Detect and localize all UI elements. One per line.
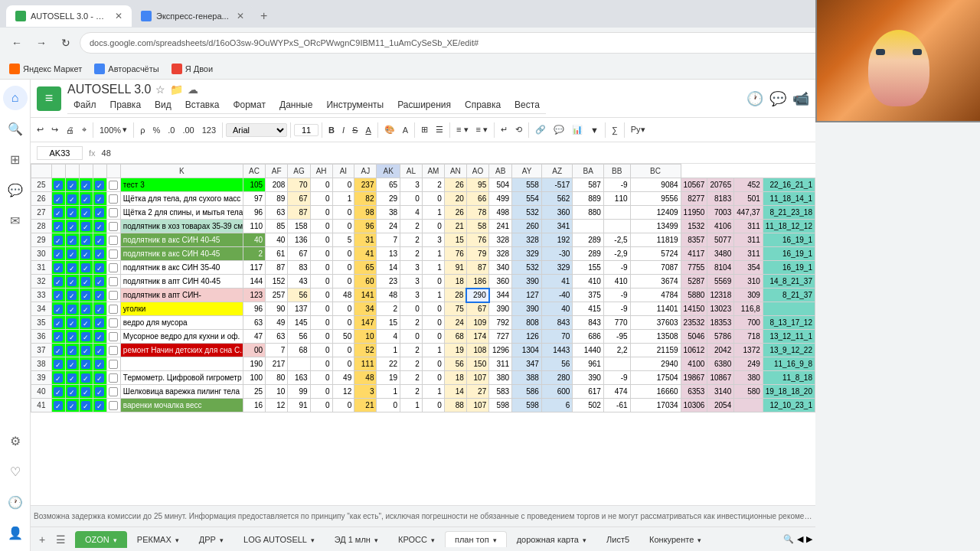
col-BB[interactable]: BB bbox=[603, 165, 630, 178]
data-cell[interactable]: 49 bbox=[266, 316, 288, 330]
sidebar-icon-home[interactable]: ⌂ bbox=[3, 86, 28, 110]
checkbox-cell[interactable] bbox=[79, 302, 93, 316]
data-cell[interactable]: 41 bbox=[541, 275, 573, 289]
data-cell[interactable]: 328 bbox=[489, 247, 512, 261]
checkbox-cell[interactable] bbox=[79, 316, 93, 330]
data-cell[interactable]: 90 bbox=[266, 302, 288, 316]
data-cell[interactable]: 843 bbox=[541, 316, 573, 330]
sidebar-icon-extensions[interactable]: ⊞ bbox=[3, 147, 28, 171]
data-cell[interactable] bbox=[288, 357, 310, 371]
checkbox-cell[interactable] bbox=[79, 330, 93, 344]
data-cell[interactable]: 26 bbox=[444, 206, 466, 220]
data-cell[interactable]: 0 bbox=[332, 302, 354, 316]
data-cell[interactable]: 24 bbox=[377, 220, 400, 233]
sidebar-icon-settings[interactable]: ⚙ bbox=[3, 429, 28, 453]
data-cell[interactable]: 0 bbox=[310, 206, 332, 220]
data-cell[interactable]: 10 bbox=[354, 330, 377, 344]
data-cell[interactable]: 10612 bbox=[681, 344, 707, 357]
sidebar-icon-clock[interactable]: 🕐 bbox=[3, 490, 28, 514]
menu-file[interactable]: Файл bbox=[67, 96, 103, 113]
data-cell[interactable]: 96 bbox=[243, 302, 265, 316]
checkbox-cell[interactable] bbox=[51, 302, 65, 316]
checkbox-cell[interactable] bbox=[93, 385, 106, 399]
history-icon[interactable]: 🕐 bbox=[746, 90, 763, 107]
data-cell[interactable]: 11_18_14_1 bbox=[763, 192, 815, 206]
data-cell[interactable]: 15 bbox=[377, 316, 400, 330]
redo-button[interactable]: ↪ bbox=[48, 122, 61, 139]
reload-button[interactable]: ↻ bbox=[55, 32, 77, 54]
data-cell[interactable]: 0 bbox=[310, 302, 332, 316]
data-cell[interactable]: 1296 bbox=[489, 344, 512, 357]
data-cell[interactable]: 27 bbox=[466, 385, 488, 399]
menu-extensions[interactable]: Расширения bbox=[391, 96, 457, 113]
data-cell[interactable]: 89 bbox=[266, 192, 288, 206]
tab-plan-top[interactable]: план топ ▾ bbox=[445, 531, 507, 547]
data-cell[interactable]: 96 bbox=[354, 220, 377, 233]
data-cell[interactable]: 22_16_21_1 bbox=[763, 178, 815, 192]
data-cell[interactable]: 96 bbox=[243, 206, 265, 220]
data-cell[interactable]: -9 bbox=[603, 371, 630, 385]
camera-icon[interactable]: 📹 bbox=[792, 90, 809, 107]
valign-button[interactable]: ≡ ▾ bbox=[473, 122, 491, 139]
data-cell[interactable]: 100 bbox=[243, 371, 265, 385]
new-tab-button[interactable]: + bbox=[253, 5, 275, 27]
borders-button[interactable]: ⊞ bbox=[418, 122, 431, 139]
data-cell[interactable]: 12_10_23_1 bbox=[763, 399, 815, 412]
checkbox-cell[interactable] bbox=[51, 399, 65, 412]
data-cell[interactable]: 137 bbox=[288, 302, 310, 316]
data-cell[interactable]: 37603 bbox=[630, 316, 681, 330]
data-cell[interactable]: 13_9_12_22 bbox=[763, 344, 815, 357]
data-cell[interactable]: 12318 bbox=[707, 289, 734, 302]
checkbox-cell[interactable] bbox=[106, 178, 120, 192]
data-cell[interactable]: 144 bbox=[243, 275, 265, 289]
data-cell[interactable]: 1 bbox=[377, 344, 400, 357]
data-cell[interactable]: 43 bbox=[288, 275, 310, 289]
checkbox-cell[interactable] bbox=[65, 261, 79, 275]
checkbox-cell[interactable] bbox=[65, 247, 79, 261]
data-cell[interactable]: 328 bbox=[489, 233, 512, 247]
data-cell[interactable]: 87 bbox=[466, 261, 488, 275]
cloud-icon[interactable]: ☁ bbox=[188, 83, 198, 96]
checkbox-cell[interactable] bbox=[65, 220, 79, 233]
data-cell[interactable]: 10567 bbox=[681, 178, 707, 192]
data-cell[interactable]: 4 bbox=[377, 330, 400, 344]
comment-icon[interactable]: 💬 bbox=[769, 90, 786, 107]
rotate-button[interactable]: ⟲ bbox=[512, 122, 525, 139]
function-button[interactable]: ρ bbox=[137, 122, 148, 139]
data-cell[interactable]: 686 bbox=[573, 330, 604, 344]
data-cell[interactable]: 16_19_1 bbox=[763, 247, 815, 261]
checkbox-cell[interactable] bbox=[65, 330, 79, 344]
data-cell[interactable]: 880 bbox=[573, 206, 604, 220]
tab-rekmax[interactable]: РЕКМАХ ▾ bbox=[127, 531, 189, 548]
data-cell[interactable]: 190 bbox=[243, 357, 265, 371]
data-cell[interactable]: 558 bbox=[512, 178, 542, 192]
checkbox-cell[interactable] bbox=[65, 275, 79, 289]
checkbox-cell[interactable] bbox=[51, 192, 65, 206]
data-cell[interactable]: 1440 bbox=[573, 344, 604, 357]
checkbox-cell[interactable] bbox=[106, 247, 120, 261]
data-cell[interactable]: 0 bbox=[310, 385, 332, 399]
data-cell[interactable]: 99 bbox=[288, 385, 310, 399]
checkbox-cell[interactable] bbox=[65, 316, 79, 330]
data-cell[interactable]: 1 bbox=[422, 344, 444, 357]
data-cell[interactable]: 152 bbox=[266, 275, 288, 289]
data-cell[interactable]: 208 bbox=[266, 178, 288, 192]
bookmark-avtoraschety[interactable]: Авторасчёты bbox=[91, 62, 162, 76]
data-cell[interactable]: 18 bbox=[444, 371, 466, 385]
bookmark-yandex-market[interactable]: Яндекс Маркет bbox=[6, 62, 85, 76]
data-cell[interactable]: 68 bbox=[444, 330, 466, 344]
data-cell[interactable]: 0 bbox=[400, 302, 423, 316]
tab-konkurrent[interactable]: Конкуренте ▾ bbox=[639, 531, 711, 548]
data-cell[interactable]: 60 bbox=[354, 275, 377, 289]
col-BC[interactable]: BC bbox=[630, 165, 681, 178]
data-cell[interactable]: 380 bbox=[489, 371, 512, 385]
fill-color-button[interactable]: 🎨 bbox=[381, 122, 398, 139]
data-cell[interactable]: 50 bbox=[332, 330, 354, 344]
data-cell[interactable]: 3 bbox=[400, 275, 423, 289]
data-cell[interactable]: 19 bbox=[377, 371, 400, 385]
checkbox-cell[interactable] bbox=[51, 233, 65, 247]
data-cell[interactable]: 87 bbox=[288, 206, 310, 220]
data-cell[interactable]: 19 bbox=[444, 344, 466, 357]
data-cell[interactable]: 587 bbox=[573, 178, 604, 192]
data-cell[interactable]: 2 bbox=[400, 344, 423, 357]
